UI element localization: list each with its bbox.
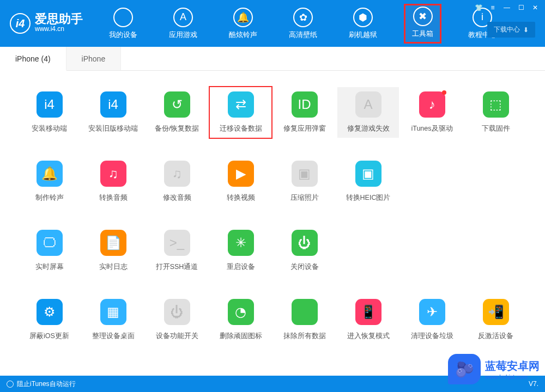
tool-recovery-mode[interactable]: 📱进入恢复模式 <box>337 295 399 345</box>
tool-label: 屏蔽iOS更新 <box>29 332 69 341</box>
tool-label: 删除顽固图标 <box>220 332 262 341</box>
nav-flash[interactable]: ⬢刷机越狱 <box>344 4 382 43</box>
tool-organize-desktop[interactable]: ▦整理设备桌面 <box>82 295 144 345</box>
device-tabs: iPhone (4)iPhone <box>0 47 545 71</box>
tool-label: 迁移设备数据 <box>220 124 262 133</box>
tool-make-ringtone[interactable]: 🔔制作铃声 <box>19 156 80 207</box>
tool-erase-all[interactable]: 抹除所有数据 <box>274 295 335 345</box>
tool-label: 实时屏幕 <box>35 262 64 272</box>
tool-compress-photo[interactable]: ▣压缩照片 <box>274 156 335 207</box>
tool-label: 整理设备桌面 <box>92 332 135 341</box>
fix-popup-icon: ID <box>292 91 318 118</box>
tool-backup-restore[interactable]: ↺备份/恢复数据 <box>146 87 208 138</box>
compress-photo-icon: ▣ <box>292 161 318 187</box>
tab-iphone4[interactable]: iPhone (4) <box>0 47 66 71</box>
modify-audio-icon: ♫ <box>164 161 190 187</box>
nav-label: 刷机越狱 <box>349 30 377 40</box>
tool-label: iTunes及驱动 <box>411 124 452 133</box>
download-center-button[interactable]: 下载中心 ⬇ <box>487 22 535 38</box>
tool-modify-audio[interactable]: ♫修改音频 <box>146 156 208 207</box>
tool-del-stubborn-icon[interactable]: ◔删除顽固图标 <box>210 295 271 345</box>
tool-shutdown-device[interactable]: ⏻关闭设备 <box>274 225 335 276</box>
tool-block-ios-update[interactable]: ⚙屏蔽iOS更新 <box>19 295 80 345</box>
nav-device[interactable]: 我的设备 <box>105 4 142 43</box>
feature-toggle-icon: ⏻ <box>164 299 190 325</box>
migrate-data-icon: ⇄ <box>228 91 254 118</box>
tool-label: 压缩照片 <box>290 193 319 203</box>
tool-label: 进入恢复模式 <box>347 332 390 341</box>
deactivate-icon: 📲 <box>483 299 509 325</box>
minimize-button[interactable]: — <box>501 3 512 12</box>
recovery-mode-icon: 📱 <box>355 299 382 325</box>
toolbox-icon: ✖ <box>413 7 433 26</box>
menu-icon[interactable]: ≡ <box>487 3 498 12</box>
tool-label: 重启设备 <box>227 262 255 272</box>
shutdown-device-icon: ⏻ <box>292 230 318 256</box>
logo-icon: i4 <box>10 13 31 34</box>
nav-ring[interactable]: 🔔酷炫铃声 <box>225 4 262 43</box>
main-nav: 我的设备A应用游戏🔔酷炫铃声✿高清壁纸⬢刷机越狱✖工具箱i教程中心 <box>105 4 501 43</box>
download-icon: ⬇ <box>523 26 529 34</box>
tool-feature-toggle[interactable]: ⏻设备功能开关 <box>146 295 208 345</box>
tool-label: 转换视频 <box>227 193 255 203</box>
tool-realtime-log[interactable]: 📄实时日志 <box>82 225 144 276</box>
skin-icon[interactable]: 👕 <box>473 3 484 12</box>
tool-deactivate[interactable]: 📲反激活设备 <box>465 295 526 345</box>
window-controls: 👕 ≡ — ☐ ✕ <box>473 3 541 12</box>
tool-convert-audio[interactable]: ♫转换音频 <box>82 156 144 207</box>
tool-label: 设备功能开关 <box>156 332 198 341</box>
app-url: www.i4.cn <box>35 25 83 34</box>
tool-reboot-device[interactable]: ✳重启设备 <box>210 225 271 276</box>
update-badge <box>442 90 446 95</box>
block-itunes-label: 阻止iTunes自动运行 <box>17 379 76 389</box>
tool-fix-popup[interactable]: ID修复应用弹窗 <box>274 87 335 138</box>
tool-label: 修复游戏失效 <box>347 124 390 133</box>
tool-label: 修改音频 <box>163 193 191 203</box>
tool-install-old-mobile[interactable]: i4安装旧版移动端 <box>82 87 144 138</box>
nav-toolbox[interactable]: ✖工具箱 <box>404 4 441 43</box>
nav-label: 高清壁纸 <box>289 30 317 40</box>
tool-fix-game[interactable]: A修复游戏失效 <box>337 87 399 138</box>
reboot-device-icon: ✳ <box>228 230 254 256</box>
nav-wall[interactable]: ✿高清壁纸 <box>284 4 322 43</box>
watermark: 🫐 蓝莓安卓网 www.lmkjst.com <box>448 354 540 384</box>
nav-apps[interactable]: A应用游戏 <box>165 4 202 43</box>
install-mobile-icon: i4 <box>37 91 63 118</box>
tool-install-mobile[interactable]: i4安装移动端 <box>19 87 80 138</box>
del-stubborn-icon-icon: ◔ <box>228 299 254 325</box>
tool-convert-video[interactable]: ▶转换视频 <box>210 156 271 207</box>
tool-migrate-data[interactable]: ⇄迁移设备数据 <box>210 87 271 138</box>
tool-clean-garbage[interactable]: ✈清理设备垃圾 <box>401 295 463 345</box>
tab-iphone[interactable]: iPhone <box>66 47 122 70</box>
tool-open-ssh[interactable]: >_打开SSH通道 <box>146 225 208 276</box>
tool-realtime-screen[interactable]: 🖵实时屏幕 <box>19 225 80 276</box>
tool-label: 实时日志 <box>99 262 128 272</box>
nav-label: 工具箱 <box>412 29 433 39</box>
tool-label: 制作铃声 <box>35 193 64 203</box>
nav-label: 酷炫铃声 <box>229 30 257 40</box>
watermark-icon: 🫐 <box>448 354 481 384</box>
tool-label: 抹除所有数据 <box>283 332 326 341</box>
realtime-log-icon: 📄 <box>100 230 126 256</box>
flash-icon: ⬢ <box>353 8 373 27</box>
app-name: 爱思助手 <box>35 13 83 25</box>
download-center-label: 下载中心 <box>494 25 520 34</box>
fix-game-icon: A <box>355 91 382 118</box>
convert-audio-icon: ♫ <box>100 161 126 187</box>
make-ringtone-icon: 🔔 <box>37 161 63 187</box>
tools-grid: i4安装移动端i4安装旧版移动端↺备份/恢复数据⇄迁移设备数据ID修复应用弹窗A… <box>0 71 545 351</box>
convert-heic-icon: ▣ <box>355 161 382 187</box>
open-ssh-icon: >_ <box>164 230 190 256</box>
tool-itunes-driver[interactable]: ♪iTunes及驱动 <box>401 87 463 138</box>
convert-video-icon: ▶ <box>228 161 254 187</box>
radio-icon <box>7 381 14 388</box>
tool-download-fw[interactable]: ⬚下载固件 <box>465 87 526 138</box>
tool-convert-heic[interactable]: ▣转换HEIC图片 <box>337 156 399 207</box>
tool-label: 安装移动端 <box>32 124 67 133</box>
realtime-screen-icon: 🖵 <box>37 230 63 256</box>
tool-label: 安装旧版移动端 <box>88 124 138 133</box>
close-button[interactable]: ✕ <box>530 3 541 12</box>
block-itunes-toggle[interactable]: 阻止iTunes自动运行 <box>7 379 76 389</box>
maximize-button[interactable]: ☐ <box>516 3 526 12</box>
erase-all-icon <box>292 299 318 325</box>
